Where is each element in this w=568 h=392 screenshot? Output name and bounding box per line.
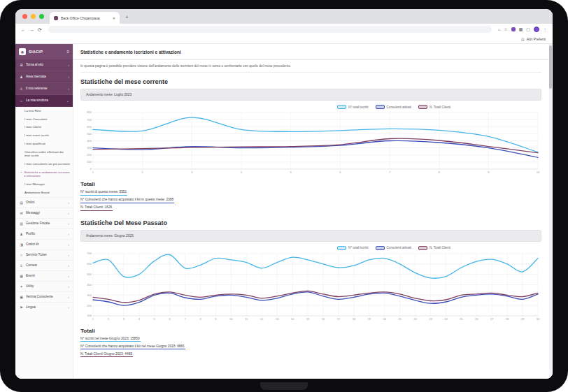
new-tab-button[interactable]: + xyxy=(125,14,129,20)
sidebar-submenu: La mia ReteI miei ConsulentiI miei Clien… xyxy=(15,107,73,197)
submenu-item-i-miei-manager[interactable]: I miei Manager xyxy=(15,180,73,189)
sidebar-item-il-mio-referente[interactable]: ♙Il mio referente› xyxy=(15,83,73,95)
legend-label: Consulenti attivati xyxy=(387,246,412,249)
section-heading: Statistiche Del Mese Passato xyxy=(80,219,541,226)
close-window-button[interactable] xyxy=(22,14,27,19)
svg-text:18: 18 xyxy=(353,317,356,321)
structure-icon: ⌂ xyxy=(19,99,24,103)
back-button[interactable]: ← xyxy=(21,27,26,32)
browser-toolbar: ← → ⟳ ⌂ ☆ ▩ ▢ ⋮ xyxy=(15,24,553,35)
svg-text:12: 12 xyxy=(260,317,264,321)
pinned-extension-icon[interactable] xyxy=(511,27,516,31)
profile-icon: ♟ xyxy=(19,232,24,236)
window-controls xyxy=(22,14,44,19)
submenu-item-statistiche-e-andamento-iscrizioni-e-attivazioni[interactable]: ▪Statistiche e andamento iscrizioni e at… xyxy=(15,168,73,180)
home-icon[interactable]: ⌂ xyxy=(498,27,501,31)
menu-kebab-icon[interactable]: ⋮ xyxy=(543,27,547,31)
sidebar-item-gestione-fiscale[interactable]: ▥Gestione Fiscale› xyxy=(15,218,73,228)
chevron-right-icon: › xyxy=(68,75,69,79)
submenu-item-classifica-ordini-effettuati-dai-miei-iscritti[interactable]: Classifica ordini effettuati dai miei is… xyxy=(15,148,73,160)
total-link[interactable]: N° iscritti nel mese Giugno 2023: 15850 xyxy=(80,336,141,342)
minimize-window-button[interactable] xyxy=(31,14,36,19)
browser-tab[interactable]: Back-Office Chiqampaua ✕ xyxy=(50,12,120,24)
submenu-item-andamento-brand[interactable]: Andamento Brand xyxy=(15,189,73,197)
legend-item-n-totali-clienti[interactable]: N. Totali Clienti xyxy=(418,246,450,250)
sidebar-toggle-icon[interactable]: ≡ xyxy=(66,50,69,54)
legend-label: N. Totali Clienti xyxy=(429,246,450,249)
total-link[interactable]: N. Totali Clienti Giugno 2023: 4485 xyxy=(80,351,133,358)
other-bookmarks-button[interactable]: Altri Preferiti xyxy=(527,37,546,41)
svg-text:300: 300 xyxy=(87,146,92,150)
sidebar-item-torna-al-sito[interactable]: ⊞Torna al sito› xyxy=(15,59,73,71)
submenu-item-la-mia-rete[interactable]: La mia Rete xyxy=(15,107,73,115)
profile-avatar[interactable] xyxy=(534,27,539,32)
reload-button[interactable]: ⟳ xyxy=(38,27,42,32)
sidebar-item-vetrina-consulente[interactable]: ▣Vetrina Consulente› xyxy=(15,291,73,302)
sidebar-item-codici-kit[interactable]: ◨Codici kit› xyxy=(15,239,73,249)
forward-button[interactable]: → xyxy=(29,27,34,32)
brand-logo-icon: ❖ xyxy=(19,48,26,55)
chevron-right-icon: › xyxy=(68,201,69,205)
svg-text:400: 400 xyxy=(87,282,92,286)
scrollbar[interactable] xyxy=(549,44,552,379)
sidebar-item-label: Codici kit xyxy=(26,242,66,246)
svg-text:2: 2 xyxy=(142,170,144,174)
browser-tab-strip: Back-Office Chiqampaua ✕ + xyxy=(15,9,553,24)
sidebar-item-label: Profilo xyxy=(26,232,66,235)
sidebar-item-utility[interactable]: ✦Utility› xyxy=(15,281,73,291)
section-current-month: Statistiche del mese corrente Andamento … xyxy=(73,78,548,211)
legend-item-n-totali-iscritti[interactable]: N° totali iscritti xyxy=(337,246,369,250)
sidebar-item-area-riservata[interactable]: ♟Area riservata› xyxy=(15,71,73,83)
main-content: Statistiche e andamento iscrizioni e att… xyxy=(73,44,553,379)
sidebar-header: ❖ SIACIP ≡ xyxy=(15,44,73,59)
sidebar-item-ordini[interactable]: ▤Ordini› xyxy=(15,197,73,208)
legend-swatch xyxy=(376,105,385,109)
legend-label: Consulenti attivati xyxy=(387,106,412,109)
legend-item-n-totali-clienti[interactable]: N. Totali Clienti xyxy=(418,105,450,109)
page-header: Statistiche e andamento iscrizioni e att… xyxy=(73,44,548,60)
total-link[interactable]: N° Consulenti che hanno acquistato il ki… xyxy=(80,197,174,203)
line-chart-previous-month[interactable]: 1234567891011121314151617181920212223242… xyxy=(80,251,541,324)
total-link[interactable]: N° iscritti di questo mese: 5551 xyxy=(80,189,127,196)
submenu-item-label: La mia Rete xyxy=(24,109,41,113)
sidebar-item-la-mia-struttura[interactable]: ⌂La mia struttura⌄ xyxy=(15,95,73,107)
submenu-item-i-miei-clienti[interactable]: I miei Clienti xyxy=(15,123,73,131)
legend-item-n-totali-iscritti[interactable]: N° totali iscritti xyxy=(337,105,369,109)
submenu-item-i-miei-consulenti-con-pi-iscrizioni[interactable]: I miei consulenti con più iscrizioni xyxy=(15,160,73,168)
messages-icon: ✉ xyxy=(19,211,24,215)
url-bar[interactable] xyxy=(48,26,492,33)
line-chart-current-month[interactable]: 123456789100100200300400500600700800 xyxy=(80,110,541,177)
legend-label: N° totali iscritti xyxy=(348,106,369,109)
sidebar-item-lingua[interactable]: ⚑Lingua› xyxy=(15,302,73,312)
sidebar-item-contest[interactable]: ♕Contest› xyxy=(15,260,73,270)
total-link[interactable]: N. Totali Clienti: 1626 xyxy=(80,205,113,211)
extensions-puzzle-icon[interactable]: ▩ xyxy=(519,27,523,31)
tab-title: Back-Office Chiqampaua xyxy=(61,16,110,20)
sidebar-item-label: Lingua xyxy=(26,305,66,309)
sidebar-item-profilo[interactable]: ♟Profilo› xyxy=(15,228,73,239)
svg-text:500: 500 xyxy=(87,273,92,276)
sidebar-item-messaggi[interactable]: ✉Messaggi› xyxy=(15,208,73,218)
submenu-item-i-miei-nuovi-iscritti[interactable]: I miei nuovi iscritti xyxy=(15,131,73,140)
legend-item-consulenti-attivati[interactable]: Consulenti attivati xyxy=(376,105,412,109)
maximize-window-button[interactable] xyxy=(39,14,44,19)
totals-list: N° iscritti di questo mese: 5551N° Consu… xyxy=(80,189,541,211)
tab-close-icon[interactable]: ✕ xyxy=(113,16,115,20)
sidebar-item-servizio-ticket[interactable]: ☆Servizio Ticket› xyxy=(15,249,73,260)
submenu-item-i-miei-consulenti[interactable]: I miei Consulenti xyxy=(15,115,73,124)
sidebar-item-eventi[interactable]: ▦Eventi› xyxy=(15,270,73,281)
submenu-item-i-miei-qualificati[interactable]: I miei qualificati xyxy=(15,140,73,148)
svg-text:11: 11 xyxy=(245,317,248,321)
svg-text:25: 25 xyxy=(460,317,463,321)
scrollbar-thumb[interactable] xyxy=(549,45,552,89)
sidebar-item-label: Eventi xyxy=(26,274,66,277)
svg-text:9: 9 xyxy=(215,317,217,321)
legend-item-consulenti-attivati[interactable]: Consulenti attivati xyxy=(376,246,412,250)
submenu-item-label: I miei Clienti xyxy=(24,125,41,129)
tab-groups-icon[interactable]: ▢ xyxy=(526,27,530,31)
bookmark-star-icon[interactable]: ☆ xyxy=(504,27,507,31)
fiscal-icon: ▥ xyxy=(19,222,24,226)
legend-label: N° totali iscritti xyxy=(348,246,369,249)
svg-text:10: 10 xyxy=(537,170,540,174)
total-link[interactable]: N° Consulenti che hanno acquistato il ki… xyxy=(80,344,185,350)
